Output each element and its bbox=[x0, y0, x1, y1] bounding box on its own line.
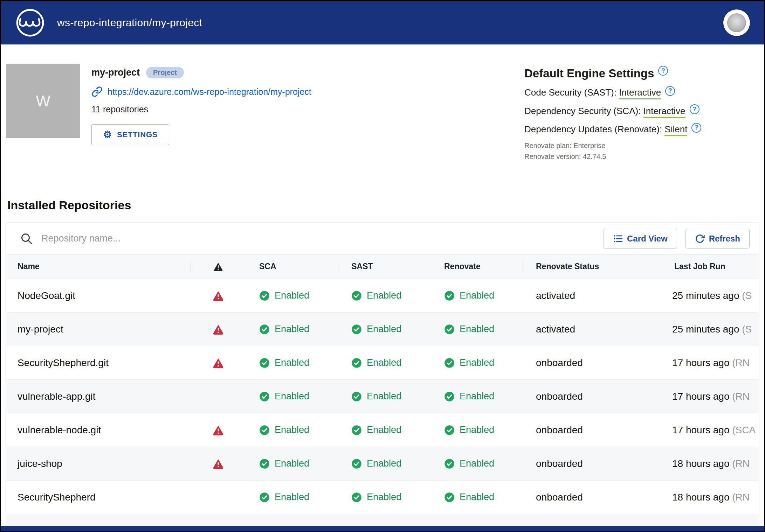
last-job-run: 25 minutes ago (S bbox=[661, 324, 759, 335]
warning-icon bbox=[213, 458, 223, 469]
check-circle-icon bbox=[444, 425, 455, 435]
help-icon[interactable]: ? bbox=[690, 104, 699, 114]
table-row[interactable]: vulnerable-node.git Enabled Enabled bbox=[6, 413, 759, 447]
repo-warning-cell bbox=[191, 358, 246, 368]
repo-name: vulnerable-node.git bbox=[6, 425, 191, 436]
column-header-renovate: Renovate bbox=[431, 262, 523, 271]
sca-status-text: Enabled bbox=[275, 458, 309, 469]
sast-status-cell: Enabled bbox=[338, 391, 431, 402]
last-job-run-note: (S bbox=[742, 290, 752, 301]
sast-status-text: Enabled bbox=[367, 357, 401, 368]
check-circle-icon bbox=[351, 425, 362, 435]
sca-setting-value-link[interactable]: Interactive bbox=[643, 106, 685, 118]
card-view-button[interactable]: Card View bbox=[604, 229, 677, 248]
check-circle-icon bbox=[351, 458, 362, 469]
table-row[interactable]: vulnerable-app.git Enabled Enabled bbox=[6, 380, 759, 413]
user-avatar-image bbox=[727, 13, 746, 32]
column-header-sast: SAST bbox=[338, 262, 431, 271]
search-icon bbox=[20, 232, 33, 245]
table-row[interactable]: NodeGoat.git Enabled Enabled bbox=[6, 279, 759, 313]
last-job-run-note: (RN bbox=[732, 492, 750, 503]
sca-status-text: Enabled bbox=[275, 425, 309, 435]
column-header-last-job-run: Last Job Run bbox=[661, 262, 759, 271]
check-circle-icon bbox=[351, 391, 362, 402]
last-job-run-note: (SCA bbox=[732, 425, 756, 435]
bottom-bar bbox=[1, 526, 764, 531]
repo-name: juice-shop bbox=[6, 458, 191, 469]
sca-status-text: Enabled bbox=[275, 357, 309, 368]
repo-name: NodeGoat.git bbox=[6, 290, 191, 301]
renovate-onboarding-status: activated bbox=[523, 324, 661, 335]
refresh-button-label: Refresh bbox=[709, 234, 740, 244]
settings-button[interactable]: ⚙ SETTINGS bbox=[91, 124, 169, 145]
renovate-onboarding-status: onboarded bbox=[523, 492, 661, 503]
last-job-run-note: (RN bbox=[732, 458, 750, 469]
navbar-title: ws-repo-integration/my-project bbox=[57, 17, 202, 29]
renovate-onboarding-status: onboarded bbox=[523, 391, 661, 402]
installed-repositories-title: Installed Repositories bbox=[7, 198, 764, 212]
check-circle-icon bbox=[444, 492, 455, 503]
last-job-run-time: 17 hours ago bbox=[672, 425, 732, 435]
repo-name: vulnerable-app.git bbox=[6, 391, 191, 402]
last-job-run: 17 hours ago (RN bbox=[661, 357, 759, 369]
sast-status-cell: Enabled bbox=[338, 357, 431, 368]
last-job-run: 17 hours ago (SCA bbox=[661, 425, 759, 436]
help-icon[interactable]: ? bbox=[665, 86, 675, 96]
column-header-warning bbox=[191, 262, 246, 271]
sca-setting-row: Dependency Security (SCA): Interactive? bbox=[524, 106, 749, 117]
last-job-run-time: 18 hours ago bbox=[672, 492, 732, 503]
renovate-onboarding-status: activated bbox=[523, 290, 661, 301]
sast-status-text: Enabled bbox=[367, 324, 401, 335]
renovate-status-text: Enabled bbox=[460, 324, 494, 335]
table-row[interactable]: my-project Enabled Enabled bbox=[6, 313, 759, 346]
sast-setting-row: Code Security (SAST): Interactive? bbox=[524, 87, 749, 99]
last-job-run-note: (RN bbox=[732, 391, 750, 402]
check-circle-icon bbox=[259, 492, 270, 503]
repo-table-header: Name SCA SAST Renovate Renovate Status L… bbox=[6, 254, 759, 279]
renovate-status-text: Enabled bbox=[460, 290, 494, 301]
column-header-sca: SCA bbox=[246, 262, 338, 271]
sast-setting-value-link[interactable]: Interactive bbox=[619, 87, 661, 99]
renovate-onboarding-status: onboarded bbox=[523, 458, 661, 469]
project-url-link[interactable]: https://dev.azure.com/ws-repo-integratio… bbox=[108, 87, 311, 97]
check-circle-icon bbox=[444, 458, 455, 469]
engine-settings-title: Default Engine Settings bbox=[524, 67, 654, 80]
project-summary-section: W my-project Project https://dev.azure.c… bbox=[1, 44, 764, 145]
repository-count: 11 repositories bbox=[91, 104, 311, 114]
repo-warning-cell bbox=[191, 391, 246, 402]
help-icon[interactable]: ? bbox=[658, 66, 668, 76]
sast-status-cell: Enabled bbox=[338, 425, 431, 435]
last-job-run-time: 17 hours ago bbox=[672, 357, 732, 368]
repo-name: SecurityShepherd bbox=[6, 492, 191, 503]
sast-status-cell: Enabled bbox=[338, 290, 431, 301]
renovate-onboarding-status: onboarded bbox=[523, 425, 661, 436]
repo-table-body: NodeGoat.git Enabled Enabled bbox=[6, 279, 759, 532]
user-avatar[interactable] bbox=[723, 9, 750, 36]
table-row[interactable]: juice-shop Enabled Enabled bbox=[6, 447, 759, 481]
check-circle-icon bbox=[259, 290, 270, 301]
check-circle-icon bbox=[259, 358, 270, 368]
sast-status-text: Enabled bbox=[367, 458, 401, 469]
sast-status-text: Enabled bbox=[367, 391, 401, 402]
renovate-status-cell: Enabled bbox=[431, 425, 523, 435]
renovate-status-cell: Enabled bbox=[431, 290, 523, 301]
help-icon[interactable]: ? bbox=[691, 123, 701, 133]
table-row[interactable]: SecurityShepherd Enabled Enabled bbox=[6, 481, 759, 514]
refresh-button[interactable]: Refresh bbox=[685, 229, 750, 248]
last-job-run-time: 25 minutes ago bbox=[672, 324, 742, 335]
renovate-status-cell: Enabled bbox=[431, 458, 523, 469]
repository-search-input[interactable] bbox=[41, 233, 595, 244]
renovate-plan-text: Renovate plan: Enterprise bbox=[524, 142, 749, 150]
sca-status-cell: Enabled bbox=[246, 492, 338, 503]
sast-status-text: Enabled bbox=[367, 290, 401, 301]
app-window: ws-repo-integration/my-project W my-proj… bbox=[0, 0, 765, 532]
renovate-setting-value-link[interactable]: Silent bbox=[664, 124, 687, 136]
repo-warning-cell bbox=[191, 425, 246, 435]
repositories-card: Card View Refresh Name SCA SAST bbox=[6, 223, 759, 532]
check-circle-icon bbox=[351, 290, 362, 301]
last-job-run: 25 minutes ago (S bbox=[661, 290, 759, 301]
project-avatar: W bbox=[6, 64, 80, 138]
renovate-status-text: Enabled bbox=[460, 492, 494, 503]
table-row[interactable]: SecurityShepherd.git Enabled Enabled bbox=[6, 346, 759, 380]
sast-status-cell: Enabled bbox=[338, 458, 431, 469]
